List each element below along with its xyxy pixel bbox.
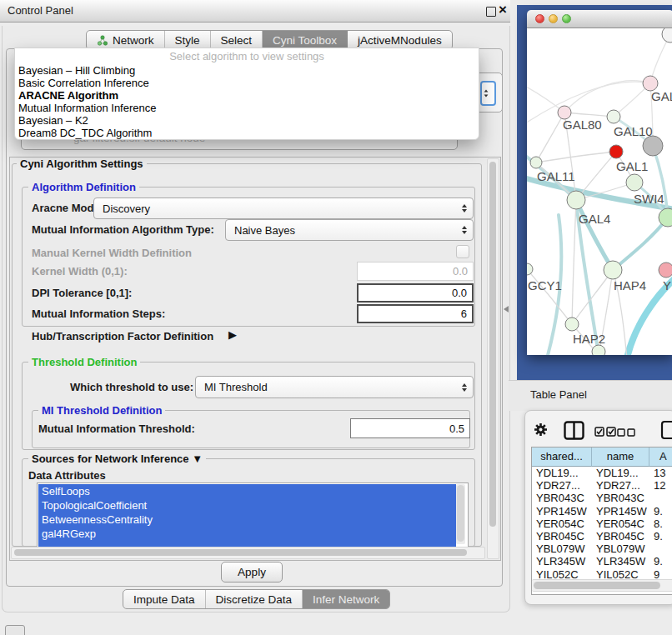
network-edge[interactable] <box>536 112 564 162</box>
tab-select[interactable]: Select <box>211 31 263 49</box>
attribute-item-selfloops[interactable]: SelfLoops <box>38 484 456 498</box>
network-edge[interactable] <box>564 112 614 117</box>
table-row[interactable]: YLR345WYLR345W9. <box>532 555 672 568</box>
attribute-item-gal4rgexp[interactable]: gal4RGexp <box>38 527 456 541</box>
network-node[interactable] <box>567 191 585 209</box>
sources-collapse-icon[interactable]: ▼ <box>192 452 203 465</box>
network-window-titlebar[interactable] <box>527 10 672 28</box>
algorithm-option-aracne-algorithm[interactable]: ARACNE Algorithm <box>15 89 479 102</box>
algorithm-option-mutual-information-inference[interactable]: Mutual Information Inference <box>15 102 479 114</box>
table-row[interactable]: YPR145WYPR145W9. <box>532 505 672 518</box>
data-attributes-label: Data Attributes <box>28 469 106 482</box>
tab-label: Select <box>221 34 253 47</box>
which-threshold-label: Which threshold to use: <box>70 381 193 393</box>
table-row[interactable]: YBR045CYBR045C9. <box>532 530 672 542</box>
aracne-mode-combo[interactable]: Discovery <box>93 198 474 219</box>
network-node[interactable] <box>609 145 623 158</box>
mi-type-combo[interactable]: Naive Bayes <box>225 219 474 241</box>
mi-threshold-field[interactable]: 0.5 <box>350 418 470 438</box>
network-node[interactable] <box>643 136 663 156</box>
table-header-row: shared...nameA <box>532 448 672 467</box>
node-label-y: Y <box>663 278 671 292</box>
table-rows: YDL19...YDL19...13YDR27...YDR27...12YBR0… <box>532 467 672 581</box>
float-window-icon[interactable] <box>486 7 496 17</box>
table-row[interactable]: YBR043CYBR043C <box>532 492 672 504</box>
column-header-a[interactable]: A <box>649 448 672 467</box>
attribute-item-betweennesscentrality[interactable]: BetweennessCentrality <box>38 512 456 527</box>
apply-button[interactable]: Apply <box>221 562 283 582</box>
table-row[interactable]: YBL079WYBL079W <box>532 542 672 555</box>
table-cell: 9. <box>649 555 672 568</box>
table-cell: YER054C <box>592 518 649 530</box>
which-threshold-value: MI Threshold <box>204 381 268 393</box>
network-node[interactable] <box>662 28 672 42</box>
minimize-traffic-light[interactable] <box>549 14 558 23</box>
table-row[interactable]: YDR27...YDR27...12 <box>532 479 672 492</box>
new-table-icon[interactable] <box>660 419 672 441</box>
algorithm-option-bayesian-k2[interactable]: Bayesian – K2 <box>15 114 479 127</box>
network-node[interactable] <box>626 174 643 191</box>
attributes-scrollbar[interactable] <box>456 484 465 544</box>
network-node[interactable] <box>607 110 620 123</box>
select-all-checks-icon[interactable] <box>594 427 617 437</box>
sources-title-text: Sources for Network Inference <box>32 452 189 465</box>
network-canvas[interactable]: GALGAL80GAL10GAL11GAL1SWI4GAL4GCY1HAP4YH… <box>527 28 672 355</box>
node-label-gal10: GAL10 <box>614 124 653 138</box>
network-edge[interactable] <box>536 152 616 162</box>
attribute-item-topologicalcoefficient[interactable]: TopologicalCoefficient <box>38 498 456 512</box>
tab-label: Impute Data <box>133 593 195 606</box>
tab-infer-network[interactable]: Infer Network <box>303 590 389 608</box>
algorithm-option-bayesian-hill-climbing[interactable]: Bayesian – Hill Climbing <box>15 64 479 77</box>
focused-spinner-fragment[interactable] <box>480 81 496 106</box>
network-node[interactable] <box>659 262 672 278</box>
network-edge[interactable] <box>613 218 668 270</box>
tab-style[interactable]: Style <box>165 31 211 49</box>
node-label-gal: GAL <box>651 89 672 103</box>
deselect-all-icon[interactable] <box>617 428 636 437</box>
node-label-gal4: GAL4 <box>579 212 610 226</box>
network-node[interactable] <box>604 261 622 279</box>
tab-cyni-toolbox[interactable]: Cyni Toolbox <box>263 31 348 49</box>
settings-hscrollbar[interactable] <box>11 547 485 559</box>
close-icon[interactable]: × <box>499 2 507 18</box>
settings-vscrollbar[interactable] <box>487 158 499 559</box>
sources-group-title[interactable]: Sources for Network Inference ▼ <box>28 452 206 465</box>
tab-jactivemnodules[interactable]: jActiveMNodules <box>348 31 452 49</box>
network-node[interactable] <box>527 263 533 275</box>
table-row[interactable]: YER054CYER054C8. <box>532 518 672 530</box>
table-hscrollbar[interactable] <box>532 579 672 592</box>
data-attributes-list: SelfLoopsTopologicalCoefficientBetweenne… <box>38 484 456 548</box>
network-edge[interactable] <box>527 269 572 324</box>
column-header-name[interactable]: name <box>592 448 649 467</box>
manual-kernel-checkbox[interactable] <box>456 245 469 258</box>
collapsed-panel-chip[interactable] <box>5 625 25 635</box>
table-row[interactable]: YDL19...YDL19...13 <box>532 467 672 479</box>
table-panel-header: Table Panel <box>509 380 672 411</box>
tab-impute-data[interactable]: Impute Data <box>123 590 206 608</box>
gear-icon[interactable] <box>534 422 548 437</box>
tab-label: Style <box>175 34 200 47</box>
close-traffic-light[interactable] <box>535 14 544 23</box>
tab-discretize-data[interactable]: Discretize Data <box>206 590 303 608</box>
kernel-width-field[interactable]: 0.0 <box>357 262 474 281</box>
tab-network[interactable]: Network <box>87 31 165 49</box>
which-threshold-combo[interactable]: MI Threshold <box>195 376 474 398</box>
algorithm-option-dream8-dc-tdc-algorithm[interactable]: Dream8 DC_TDC Algorithm <box>15 127 479 139</box>
column-header-shared-[interactable]: shared... <box>532 448 592 467</box>
network-edge[interactable] <box>527 83 564 112</box>
network-node[interactable] <box>530 157 542 168</box>
kernel-width-label: Kernel Width (0,1): <box>32 265 128 278</box>
splitter-arrow-icon[interactable] <box>504 306 509 312</box>
network-node[interactable] <box>565 318 579 331</box>
zoom-traffic-light[interactable] <box>562 14 571 23</box>
node-label-gal80: GAL80 <box>563 118 602 132</box>
mi-steps-field[interactable]: 6 <box>357 304 474 323</box>
hub-expand-icon[interactable]: ▶ <box>228 328 237 341</box>
dpi-tolerance-field[interactable]: 0.0 <box>357 283 474 302</box>
table-cell: YBR045C <box>592 530 649 542</box>
tab-label: Discretize Data <box>216 593 293 606</box>
network-edge[interactable] <box>572 200 576 324</box>
network-node[interactable] <box>592 345 605 355</box>
algorithm-option-basic-correlation-inference[interactable]: Basic Correlation Inference <box>15 77 479 89</box>
split-columns-icon[interactable] <box>564 421 584 440</box>
